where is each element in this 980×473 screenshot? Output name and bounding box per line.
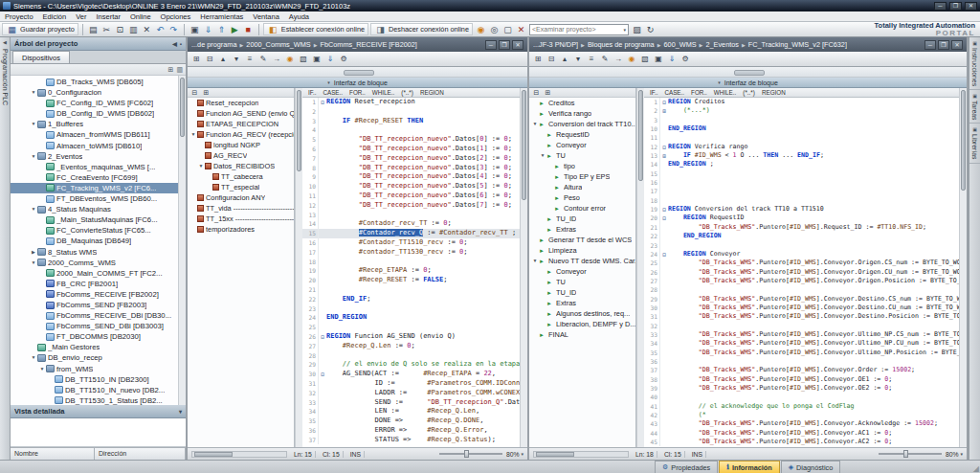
- code-line[interactable]: 19 #Recep_ETAPA := 0;: [302, 266, 520, 276]
- right-editor-tabbar[interactable]: ...JF-3 PN/DP]▶Bloques de programa▶600_W…: [529, 37, 967, 52]
- tree-item[interactable]: FbComms_RECEIVE [FB2002]: [11, 289, 178, 300]
- code-line[interactable]: 21: [302, 285, 520, 295]
- snippet-button[interactable]: FOR..: [691, 89, 707, 96]
- maximize-editor-icon[interactable]: ❐: [938, 40, 949, 50]
- code-line[interactable]: 15: [644, 169, 959, 178]
- menu-ventana[interactable]: Ventana: [248, 11, 284, 22]
- middle-editor-tabbar[interactable]: ...de programa▶2000_Comms_WMS▶FbComms_RE…: [188, 37, 527, 52]
- code-line[interactable]: 22 END_IF;: [302, 295, 520, 304]
- monitor-icon[interactable]: ◉: [284, 54, 296, 65]
- tree-item[interactable]: FC_Tracking_WMS_v2 [FC6...: [11, 183, 178, 193]
- tree-item[interactable]: FC_Config_ID_WMS [FC602]: [11, 98, 178, 108]
- nav-item[interactable]: ►tipo: [529, 161, 635, 171]
- breadcrumb-item[interactable]: 2000_Comms_WMS: [246, 40, 310, 49]
- tree-item[interactable]: _Main_StatusMaquinas [FC6...: [11, 214, 178, 225]
- goto-icon[interactable]: →: [271, 54, 282, 65]
- maximize-button[interactable]: ❐: [949, 2, 962, 11]
- code-line[interactable]: 39 "DB_Tracks_WMS".Puntero[#ID_WMS].Conv…: [644, 384, 959, 393]
- code-line[interactable]: 27 #Recep_Q.Len := 0;: [302, 342, 520, 351]
- menu-edición[interactable]: Edición: [38, 11, 72, 22]
- menu-opciones[interactable]: Opciones: [156, 11, 196, 22]
- scroll-thumb[interactable]: [536, 452, 574, 457]
- code-line[interactable]: 32 LADDR := #Parametros_COMM.wCONEXI: [302, 389, 520, 398]
- fold-icon[interactable]: ⊟: [319, 98, 326, 107]
- scroll-thumb[interactable]: [194, 452, 233, 457]
- code-line[interactable]: 7 "DB_TT_recepcion_nuevo".Datos[2] := 0;: [302, 154, 520, 164]
- nav-item[interactable]: ►Liberacion, DEMPF y D...: [529, 319, 635, 329]
- chevron-down-icon[interactable]: ▾: [960, 451, 963, 457]
- interface-bar[interactable]: ▾ Interfaz de bloque: [188, 78, 527, 88]
- expander-icon[interactable]: ▼: [30, 119, 37, 129]
- snippet-button[interactable]: REGION: [420, 89, 444, 96]
- code-line[interactable]: 45 "DB_Tracks_WMS".Puntero[#ID_WMS].Conv…: [644, 438, 959, 446]
- code-line[interactable]: 31 ID := #Parametros_COMM.IDConn_: [302, 379, 520, 389]
- tree-item[interactable]: ▼0_Configuracion: [11, 87, 178, 98]
- code-line[interactable]: 25 "DB_Tracks_WMS".Puntero[#ID_WMS].Conv…: [644, 259, 959, 267]
- code-line[interactable]: 24⊟ REGION Conveyor: [644, 250, 959, 259]
- code-line[interactable]: 1⊟REGION Creditos: [644, 98, 959, 106]
- nav-item[interactable]: Funcion AG_SEND (envio Q): [188, 108, 294, 119]
- nav-item[interactable]: ►Algunos destinos, req...: [529, 308, 635, 319]
- save-project-button[interactable]: ▦ Guardar proyecto: [2, 23, 78, 35]
- columns-icon[interactable]: ▥: [176, 66, 183, 74]
- code-line[interactable]: 22 END_REGION: [644, 232, 959, 240]
- nav-item[interactable]: ►TU_ID: [529, 214, 635, 224]
- code-line[interactable]: 40: [644, 393, 959, 401]
- snippet-button[interactable]: CASE..: [664, 89, 684, 96]
- tree-item[interactable]: DB_TT1510_IN [DB2300]: [11, 374, 178, 385]
- code-scrollbar[interactable]: [959, 88, 967, 447]
- tab-información[interactable]: ℹInformación: [719, 461, 779, 473]
- code-line[interactable]: 2: [302, 107, 520, 117]
- code-line[interactable]: 19⊟REGION Conversion del track TT10 a TT…: [644, 205, 959, 214]
- interface-bar[interactable]: ▾ Interfaz de bloque: [529, 78, 967, 88]
- expander-icon[interactable]: ▼: [531, 256, 539, 266]
- fold-icon[interactable]: ⊟: [660, 143, 668, 151]
- code-line[interactable]: 28: [302, 351, 520, 361]
- tree-item[interactable]: ▼1_Bufferes: [11, 119, 178, 129]
- nav-item[interactable]: ►Conveyor: [529, 266, 635, 277]
- tree-item[interactable]: FT_DBEventos_WMS [DB60...: [11, 193, 178, 204]
- upload-from-device-icon[interactable]: ⇑: [215, 23, 228, 35]
- code-line[interactable]: 5 "DB_TT_recepcion_nuevo".Datos[0] := 0;: [302, 135, 520, 145]
- code-line[interactable]: 36 ERROR => #Recep_Q.Error,: [302, 426, 520, 436]
- paste-icon[interactable]: ▥: [127, 23, 140, 35]
- code-line[interactable]: 10END_REGION: [644, 124, 959, 133]
- tree-item[interactable]: FB_CRC [FB2001]: [11, 279, 178, 289]
- go-online-button[interactable]: ◧ Establecer conexión online: [263, 23, 368, 35]
- insert-row-icon[interactable]: ⊞: [532, 54, 544, 65]
- code-line[interactable]: 6 "DB_TT_recepcion_nuevo".Datos[1] := 0;: [302, 145, 520, 154]
- nav-item[interactable]: ►Conveyor: [529, 140, 635, 150]
- nav-item[interactable]: ►Contour error: [529, 203, 635, 214]
- code-line[interactable]: 23: [644, 241, 959, 250]
- expander-icon[interactable]: ▼: [531, 119, 539, 129]
- code-line[interactable]: 32: [644, 322, 959, 330]
- nav-item[interactable]: ►Altura: [529, 182, 635, 192]
- code-line[interactable]: 37 STATUS => #Recep_Q.Status);: [302, 436, 520, 445]
- expander-icon[interactable]: ▼: [30, 258, 37, 268]
- tree-item[interactable]: ▼4_Status Maquinas: [11, 204, 178, 214]
- tree-item[interactable]: DB_TT1510_IN_nuevo [DB2...: [11, 385, 178, 395]
- nav-item[interactable]: ▼►TU: [529, 150, 635, 161]
- code-line[interactable]: 11: [644, 133, 959, 142]
- code-line[interactable]: 29 // el envio de Q solo se realiza en l…: [302, 360, 520, 370]
- tree-item[interactable]: FC_CreaEvento [FC699]: [11, 172, 178, 183]
- nav-scrollbar[interactable]: [636, 88, 644, 447]
- nav-item[interactable]: ▼Datos_RECIBIDOS: [188, 161, 294, 171]
- fold-icon[interactable]: ⊟: [660, 250, 668, 259]
- right-nav[interactable]: ►Creditos►Verifica rango▼►Conversion del…: [529, 98, 635, 447]
- maximize-editor-icon[interactable]: ❐: [499, 40, 510, 50]
- nav-item[interactable]: longitud NGKP: [188, 140, 294, 150]
- expand-regions-icon[interactable]: ▾: [231, 54, 242, 65]
- cross-reference-icon[interactable]: ✕: [515, 23, 527, 35]
- fold-icon[interactable]: ⊟: [660, 205, 668, 214]
- expander-icon[interactable]: ▼: [30, 352, 37, 363]
- nav-item[interactable]: ▼►Nuevo TT desde WMS. Car...: [529, 256, 635, 266]
- snapshot-icon[interactable]: ▧: [298, 54, 309, 65]
- snippet-button[interactable]: WHILE..: [714, 89, 736, 96]
- scroll-thumb[interactable]: [638, 90, 643, 181]
- code-line[interactable]: 30 "DB_Tracks_WMS".Puntero[#ID_WMS].Conv…: [644, 304, 959, 312]
- close-editor-icon[interactable]: ✕: [512, 40, 523, 50]
- start-cpu-icon[interactable]: ▶: [229, 23, 241, 35]
- snippet-button[interactable]: IF..: [308, 89, 316, 96]
- code-line[interactable]: 9 "DB_TT_recepcion_nuevo".Datos[4] := 0;: [302, 172, 520, 182]
